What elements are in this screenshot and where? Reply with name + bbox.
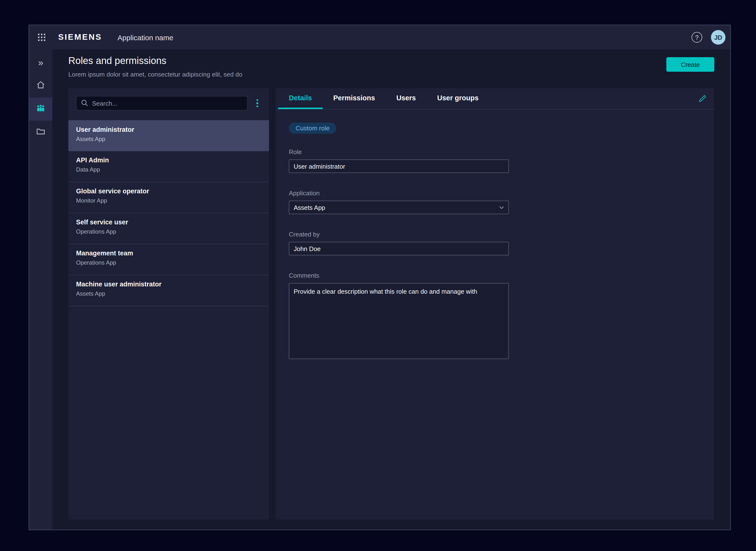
tab-user-groups[interactable]: User groups bbox=[427, 88, 489, 109]
icon-sidebar: » bbox=[29, 49, 52, 530]
role-name: Self service user bbox=[76, 218, 261, 226]
help-icon[interactable]: ? bbox=[692, 32, 702, 43]
tab-users[interactable]: Users bbox=[386, 88, 427, 109]
search-icon bbox=[81, 99, 88, 107]
application-field-label: Application bbox=[289, 189, 701, 197]
folder-icon bbox=[36, 127, 45, 137]
list-item[interactable]: User administrator Assets App bbox=[68, 120, 269, 151]
user-avatar[interactable]: JD bbox=[711, 30, 725, 45]
sidebar-item-files[interactable] bbox=[29, 121, 52, 144]
content-panels: User administrator Assets App API Admin … bbox=[68, 88, 714, 520]
page-subtitle: Lorem ipsum dolor sit amet, consectetur … bbox=[68, 71, 242, 78]
role-field: Role bbox=[289, 148, 701, 173]
application-name: Application name bbox=[117, 33, 173, 41]
siemens-logo: SIEMENS bbox=[58, 32, 102, 42]
created-by-input[interactable] bbox=[289, 242, 509, 255]
chevron-down-icon bbox=[499, 206, 504, 209]
roles-list-panel: User administrator Assets App API Admin … bbox=[68, 88, 269, 520]
role-field-label: Role bbox=[289, 148, 701, 155]
custom-role-badge: Custom role bbox=[289, 123, 336, 134]
tab-details[interactable]: Details bbox=[278, 88, 322, 109]
role-input[interactable] bbox=[289, 159, 509, 173]
users-icon bbox=[36, 104, 46, 114]
application-root: SIEMENS Application name ? JD » bbox=[0, 0, 756, 551]
page-header: Roles and permissions Lorem ipsum dolor … bbox=[68, 55, 714, 78]
search-input[interactable] bbox=[76, 96, 248, 110]
role-app: Data App bbox=[76, 166, 261, 173]
sidebar-expand-button[interactable]: » bbox=[29, 51, 52, 74]
tab-permissions[interactable]: Permissions bbox=[322, 88, 386, 109]
application-select-value: Assets App bbox=[294, 204, 325, 211]
list-item[interactable]: Machine user administrator Assets App bbox=[68, 275, 269, 306]
app-launcher-icon[interactable] bbox=[37, 32, 47, 42]
detail-tabbar: Details Permissions Users User groups bbox=[276, 88, 714, 109]
app-window: SIEMENS Application name ? JD » bbox=[29, 25, 731, 530]
comments-field: Comments Provide a clear description wha… bbox=[289, 272, 701, 359]
search-field-wrapper bbox=[76, 96, 248, 110]
header-actions: ? JD bbox=[692, 30, 725, 45]
list-options-kebab-icon[interactable] bbox=[250, 96, 264, 110]
search-row bbox=[68, 88, 269, 118]
edit-pencil-icon[interactable] bbox=[695, 91, 709, 106]
comments-field-label: Comments bbox=[289, 272, 701, 279]
sidebar-item-home[interactable] bbox=[29, 74, 52, 97]
list-item[interactable]: Self service user Operations App bbox=[68, 213, 269, 244]
role-name: Global service operator bbox=[76, 187, 261, 195]
role-name: Management team bbox=[76, 249, 261, 257]
home-icon bbox=[36, 80, 45, 91]
role-app: Operations App bbox=[76, 228, 261, 235]
create-button[interactable]: Create bbox=[666, 57, 714, 72]
page-title: Roles and permissions bbox=[68, 55, 242, 66]
double-chevron-right-icon: » bbox=[38, 58, 43, 67]
role-detail-panel: Details Permissions Users User groups bbox=[276, 88, 714, 520]
created-by-field: Created by bbox=[289, 231, 701, 255]
page-header-text: Roles and permissions Lorem ipsum dolor … bbox=[68, 55, 242, 78]
role-app: Operations App bbox=[76, 259, 261, 266]
application-select[interactable]: Assets App bbox=[289, 201, 509, 214]
role-name: User administrator bbox=[76, 126, 261, 133]
role-list: User administrator Assets App API Admin … bbox=[68, 120, 269, 520]
main-content: Roles and permissions Lorem ipsum dolor … bbox=[52, 49, 730, 530]
detail-form: Custom role Role Application Assets App bbox=[276, 109, 714, 369]
comments-textarea[interactable]: Provide a clear description what this ro… bbox=[289, 283, 509, 359]
window-body: » bbox=[29, 49, 730, 530]
role-name: Machine user administrator bbox=[76, 281, 261, 288]
list-item[interactable]: Management team Operations App bbox=[68, 244, 269, 275]
role-app: Monitor App bbox=[76, 197, 261, 204]
list-item[interactable]: API Admin Data App bbox=[68, 151, 269, 182]
list-item[interactable]: Global service operator Monitor App bbox=[68, 182, 269, 213]
top-header: SIEMENS Application name ? JD bbox=[29, 25, 730, 49]
role-app: Assets App bbox=[76, 290, 261, 297]
role-name: API Admin bbox=[76, 156, 261, 164]
created-by-field-label: Created by bbox=[289, 231, 701, 238]
application-field: Application Assets App bbox=[289, 189, 701, 214]
sidebar-item-roles[interactable] bbox=[29, 97, 52, 121]
role-app: Assets App bbox=[76, 136, 261, 142]
